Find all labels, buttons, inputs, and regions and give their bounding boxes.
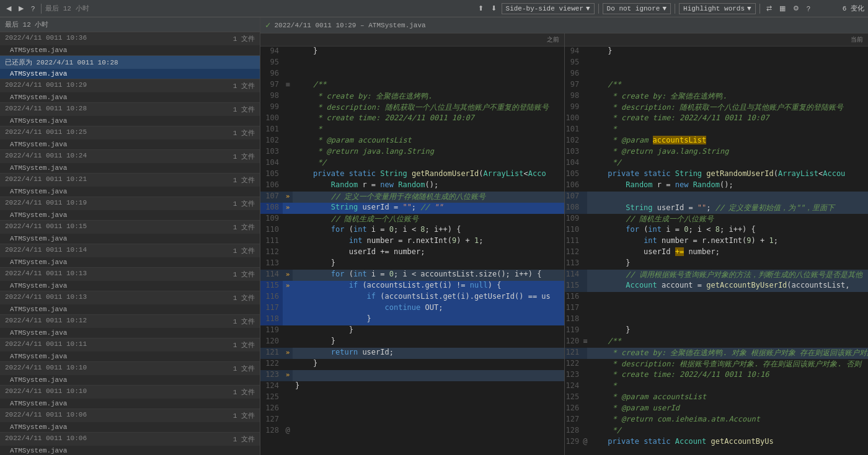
line-gutter <box>583 180 587 192</box>
file-entry-3[interactable]: ATMSystem.java <box>0 116 260 126</box>
group-count-6: 1 文件 <box>233 175 255 185</box>
line-code: // 随机生成一个八位账号 <box>587 214 868 225</box>
viewer-dropdown[interactable]: Side-by-side viewer ▼ <box>502 3 595 14</box>
group-time-5: 2022/4/11 0011 10:24 <box>5 152 87 161</box>
file-entry-13[interactable]: ATMSystem.java <box>0 351 260 361</box>
file-group-header-17[interactable]: 2022/4/11 0011 10:06 1 文件 <box>0 433 260 446</box>
file-entry-selected[interactable]: ATMSystem.java <box>0 69 260 79</box>
table-row: 124 * <box>565 381 869 392</box>
line-num: 103 <box>260 147 283 158</box>
line-num: 120 <box>260 337 283 348</box>
file-group-header-2[interactable]: 2022/4/11 0011 10:29 1 文件 <box>0 79 260 92</box>
table-row: 128 @ <box>260 426 564 437</box>
file-group-header-14[interactable]: 2022/4/11 0011 10:10 1 文件 <box>0 362 260 375</box>
file-entry-15[interactable]: ATMSystem.java <box>0 399 260 409</box>
back-button[interactable]: ◀ <box>4 3 14 14</box>
file-group-header-0[interactable]: 2022/4/11 0011 10:36 1 文件 <box>0 32 260 45</box>
line-num: 96 <box>260 69 283 80</box>
file-name-12: ATMSystem.java <box>10 329 67 337</box>
file-group-header-4[interactable]: 2022/4/11 0011 10:25 1 文件 <box>0 126 260 139</box>
settings-btn1[interactable]: ⇄ <box>764 3 774 14</box>
group-time-6: 2022/4/11 0011 10:21 <box>5 175 87 185</box>
table-row: 112 userId += number; <box>260 247 564 258</box>
line-num: 119 <box>565 325 583 337</box>
line-num: 111 <box>565 236 583 247</box>
line-code: } <box>587 325 868 337</box>
help-btn2[interactable]: ? <box>804 4 813 14</box>
settings-btn2[interactable]: ▦ <box>777 3 788 14</box>
file-group-header-8[interactable]: 2022/4/11 0011 10:15 1 文件 <box>0 221 260 234</box>
group-count-13: 1 文件 <box>233 340 255 350</box>
file-group-header-15[interactable]: 2022/4/11 0011 10:10 1 文件 <box>0 386 260 399</box>
line-code: // 调用根据账号查询账户对象的方法，判断生成的八位账号是否是其他 <box>587 270 868 281</box>
line-num: 99 <box>565 102 583 113</box>
file-entry-4[interactable]: ATMSystem.java <box>0 139 260 149</box>
file-group-header-16[interactable]: 2022/4/11 0011 10:06 1 文件 <box>0 409 260 422</box>
file-group-header-13[interactable]: 2022/4/11 0011 10:11 1 文件 <box>0 338 260 351</box>
line-gutter: » <box>283 192 293 203</box>
group-count-15: 1 文件 <box>233 387 255 397</box>
line-num: 103 <box>565 147 583 158</box>
line-code <box>293 58 564 69</box>
file-group-header-7[interactable]: 2022/4/11 0011 10:19 1 文件 <box>0 197 260 210</box>
file-entry-6[interactable]: ATMSystem.java <box>0 187 260 197</box>
line-num: 101 <box>565 125 583 136</box>
file-entry-11[interactable]: ATMSystem.java <box>0 304 260 314</box>
file-group-header-12[interactable]: 2022/4/11 0011 10:12 1 文件 <box>0 315 260 328</box>
line-gutter <box>583 426 587 437</box>
group-count-3: 1 文件 <box>233 105 255 114</box>
right-code-scroll[interactable]: 94 } 95 96 <box>565 46 869 455</box>
file-group-header-selected[interactable]: 已还原为 2022/4/11 0011 10:28 <box>0 56 260 69</box>
line-num: 112 <box>260 247 283 258</box>
left-code-scroll[interactable]: 94 } 95 96 <box>260 46 564 455</box>
file-entry-14[interactable]: ATMSystem.java <box>0 375 260 385</box>
help-button[interactable]: ? <box>29 4 37 14</box>
file-entry-9[interactable]: ATMSystem.java <box>0 257 260 267</box>
line-code: * <box>587 381 868 392</box>
line-gutter <box>583 69 587 80</box>
line-gutter <box>283 147 293 158</box>
line-code: * @param accountsList <box>293 136 564 147</box>
highlight-dropdown[interactable]: Highlight words ▼ <box>679 3 756 14</box>
file-entry-0[interactable]: ATMSystem.java <box>0 45 260 55</box>
ignore-label: Do not ignore <box>607 5 660 12</box>
file-entry-2[interactable]: ATMSystem.java <box>0 92 260 102</box>
left-panel-header: 最后 12 小时 <box>0 17 260 32</box>
file-group-7: 2022/4/11 0011 10:19 1 文件 ATMSystem.java <box>0 197 260 221</box>
file-group-header-6[interactable]: 2022/4/11 0011 10:21 1 文件 <box>0 174 260 187</box>
file-group-header-11[interactable]: 2022/4/11 0011 10:13 1 文件 <box>0 291 260 304</box>
file-group-header-5[interactable]: 2022/4/11 0011 10:24 1 文件 <box>0 150 260 163</box>
line-code: } <box>293 359 564 370</box>
file-group-header-9[interactable]: 2022/4/11 0011 10:14 1 文件 <box>0 244 260 257</box>
table-row: 119 } <box>260 325 564 337</box>
file-entry-16[interactable]: ATMSystem.java <box>0 422 260 432</box>
file-group-header-3[interactable]: 2022/4/11 0011 10:28 1 文件 <box>0 103 260 116</box>
file-entry-7[interactable]: ATMSystem.java <box>0 210 260 220</box>
table-row: 94 } <box>260 46 564 58</box>
group-count-11: 1 文件 <box>233 293 255 303</box>
file-name-4: ATMSystem.java <box>10 141 67 148</box>
table-row: 121 * create by: 全聚德在逃烤鸭. 对象 根据账户对象 存在则返… <box>565 348 869 359</box>
group-count-4: 1 文件 <box>233 128 255 138</box>
file-entry-17[interactable]: ATMSystem.java <box>0 446 260 455</box>
file-entry-5[interactable]: ATMSystem.java <box>0 163 260 173</box>
file-group-3: 2022/4/11 0011 10:28 1 文件 ATMSystem.java <box>0 103 260 126</box>
group-time-3: 2022/4/11 0011 10:28 <box>5 105 87 114</box>
group-time-14: 2022/4/11 0011 10:10 <box>5 364 87 373</box>
file-entry-12[interactable]: ATMSystem.java <box>0 328 260 338</box>
file-entry-10[interactable]: ATMSystem.java <box>0 281 260 291</box>
line-code: if (accountsList.get(i) != null) { <box>293 281 564 292</box>
settings-btn3[interactable]: ⚙ <box>790 3 802 14</box>
forward-button[interactable]: ▶ <box>16 3 26 14</box>
ignore-dropdown[interactable]: Do not ignore ▼ <box>603 3 671 14</box>
line-code <box>587 303 868 314</box>
file-group-header-10[interactable]: 2022/4/11 0011 10:13 1 文件 <box>0 268 260 281</box>
file-entry-8[interactable]: ATMSystem.java <box>0 234 260 244</box>
upload-button[interactable]: ⬆ <box>476 3 486 14</box>
file-list[interactable]: 2022/4/11 0011 10:36 1 文件 ATMSystem.java… <box>0 32 260 455</box>
line-code: */ <box>587 158 868 169</box>
group-count-5: 1 文件 <box>233 152 255 161</box>
download-button[interactable]: ⬇ <box>489 3 499 14</box>
table-row: 113 } <box>565 258 869 270</box>
group-time-9: 2022/4/11 0011 10:14 <box>5 246 87 255</box>
